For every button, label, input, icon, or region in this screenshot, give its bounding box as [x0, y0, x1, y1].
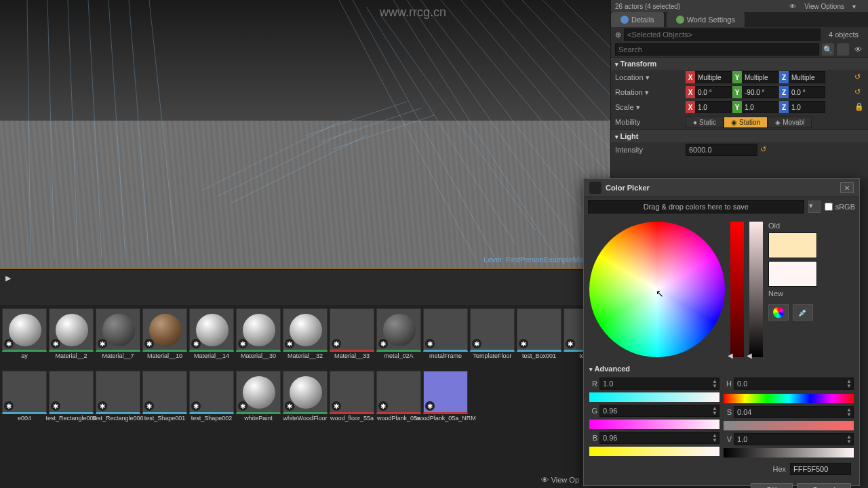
wheel-icon — [773, 307, 784, 318]
color-wheel[interactable]: ↖ — [589, 222, 725, 357]
eyedropper-button[interactable]: 💉 — [793, 304, 813, 321]
b-input[interactable]: 0.96▲▼ — [599, 432, 719, 444]
asset-thumbnail: ✱ — [96, 308, 140, 352]
asset-item[interactable]: ✱metalFrame — [423, 308, 468, 368]
reset-icon[interactable]: ↺ — [854, 73, 864, 82]
asset-name: test_Rectangle005 — [45, 415, 96, 430]
s-gradient[interactable] — [724, 421, 854, 430]
hex-input[interactable] — [790, 463, 851, 475]
color-drop-area[interactable]: Drag & drop colors here to save — [588, 200, 804, 214]
search-input[interactable] — [615, 43, 819, 56]
asset-item[interactable]: ✱whiteWoodFloor — [283, 371, 328, 430]
asset-item[interactable]: ✱whitePaint — [236, 371, 281, 430]
advanced-section[interactable]: Advanced — [584, 363, 859, 375]
rotation-y[interactable]: -90.0 ° — [742, 86, 778, 98]
svg-line-18 — [522, 0, 610, 95]
h-gradient[interactable] — [724, 394, 854, 403]
timeline-bar: ▶ — [0, 269, 610, 286]
cancel-button[interactable]: Cancel — [797, 483, 851, 488]
objects-count: 4 objects — [823, 30, 864, 39]
view-options-bottom[interactable]: 👁 View Op — [541, 476, 579, 484]
x-tag: X — [686, 71, 695, 83]
asset-thumbnail: ✱ — [283, 308, 328, 352]
new-color-swatch[interactable] — [768, 261, 817, 287]
scale-x[interactable]: 1.0 — [695, 101, 732, 113]
asset-name: test_Shape002 — [191, 415, 233, 430]
location-z[interactable]: Multiple — [789, 71, 825, 83]
asset-name: Material__30 — [241, 353, 276, 368]
asset-item[interactable]: ✱Material__14 — [189, 308, 234, 368]
asset-item[interactable]: ✱test_Shape002 — [189, 371, 234, 430]
color-wheel-button[interactable] — [768, 304, 789, 321]
mobility-movable[interactable]: ◈ Movabl — [768, 117, 812, 128]
intensity-value[interactable]: 6000.0 — [686, 144, 757, 156]
reset-icon[interactable]: ↺ — [760, 145, 770, 155]
asset-item[interactable]: ✱Material__2 — [49, 308, 94, 368]
location-y[interactable]: Multiple — [742, 71, 778, 83]
asset-item[interactable]: ✱test_Shape001 — [142, 371, 187, 430]
asset-item[interactable]: ✱ay — [2, 308, 47, 368]
asset-item[interactable]: ✱Material__32 — [283, 308, 328, 368]
reset-icon[interactable]: ↺ — [854, 87, 864, 97]
asset-item[interactable]: ✱Material__30 — [236, 308, 281, 368]
scale-z[interactable]: 1.0 — [789, 101, 825, 113]
asset-item[interactable]: ✱wood_floor_55a — [330, 371, 374, 430]
b-gradient[interactable] — [589, 447, 719, 456]
asset-item[interactable]: ✱Material__10 — [142, 308, 187, 368]
asset-item[interactable]: ✱woodPlank_05a — [376, 371, 421, 430]
asset-thumbnail: ✱ — [564, 308, 583, 352]
selected-objects-field[interactable] — [624, 28, 821, 41]
lock-icon[interactable]: 🔒 — [854, 102, 864, 112]
value-slider[interactable]: ◀ — [749, 222, 763, 357]
star-icon: ✱ — [98, 339, 107, 348]
v-gradient[interactable] — [724, 448, 854, 458]
play-icon[interactable]: ▶ — [5, 274, 11, 283]
section-light[interactable]: Light — [611, 129, 868, 142]
hue-slider[interactable]: ◀ — [730, 222, 744, 357]
asset-name: e004 — [18, 415, 31, 430]
asset-item[interactable]: ✱woodPlank_05a_NRM — [423, 371, 468, 430]
h-input[interactable]: 0.0▲▼ — [734, 378, 854, 390]
search-icon[interactable]: 🔍 — [822, 43, 834, 56]
s-input[interactable]: 0.04▲▼ — [734, 406, 854, 418]
star-icon: ✱ — [519, 339, 528, 348]
rotation-x[interactable]: 0.0 ° — [695, 86, 732, 98]
g-gradient[interactable] — [589, 420, 719, 429]
view-options[interactable]: View Options — [804, 3, 844, 10]
tab-details[interactable]: Details — [611, 12, 664, 27]
location-x[interactable]: Multiple — [695, 71, 732, 83]
viewport-3d[interactable]: Level: FirstPersonExampleMap (Per — [0, 0, 610, 269]
picker-icon[interactable]: ⊕ — [615, 30, 621, 39]
scale-y[interactable]: 1.0 — [742, 101, 778, 113]
star-icon: ✱ — [425, 401, 435, 411]
asset-item[interactable]: ✱metal_02A — [376, 308, 421, 368]
rotation-z[interactable]: 0.0 ° — [789, 86, 825, 98]
r-gradient[interactable] — [589, 392, 719, 402]
mobility-stationary[interactable]: ◉ Station — [724, 117, 768, 128]
srgb-checkbox[interactable] — [825, 203, 833, 211]
asset-item[interactable]: ✱TemplateFloor — [470, 308, 515, 368]
old-color-swatch[interactable] — [768, 232, 817, 258]
close-button[interactable]: ✕ — [840, 182, 854, 193]
star-icon: ✱ — [425, 339, 435, 348]
asset-item[interactable]: ✱test_ — [564, 308, 583, 368]
svg-line-13 — [420, 0, 597, 230]
v-input[interactable]: 1.0▲▼ — [734, 433, 854, 445]
grid-view-icon[interactable] — [837, 43, 849, 56]
g-input[interactable]: 0.96▲▼ — [599, 405, 719, 417]
asset-item[interactable]: ✱test_Rectangle006 — [96, 371, 140, 430]
section-transform[interactable]: Transform — [611, 57, 868, 70]
asset-item[interactable]: ✱test_Rectangle005 — [49, 371, 94, 430]
r-label: R — [589, 380, 597, 388]
tab-world-settings[interactable]: World Settings — [667, 12, 745, 27]
svg-line-9 — [366, 7, 515, 244]
asset-item[interactable]: ✱Material__33 — [330, 308, 374, 368]
dropdown-icon[interactable]: ▾ — [808, 201, 821, 213]
r-input[interactable]: 1.0▲▼ — [599, 378, 719, 390]
asset-item[interactable]: ✱e004 — [2, 371, 47, 430]
mobility-static[interactable]: ● Static — [686, 117, 724, 128]
asset-item[interactable]: ✱Material__7 — [96, 308, 140, 368]
ok-button[interactable]: OK — [751, 483, 793, 488]
asset-item[interactable]: ✱test_Box001 — [517, 308, 561, 368]
eye-icon[interactable]: 👁 — [852, 43, 864, 56]
